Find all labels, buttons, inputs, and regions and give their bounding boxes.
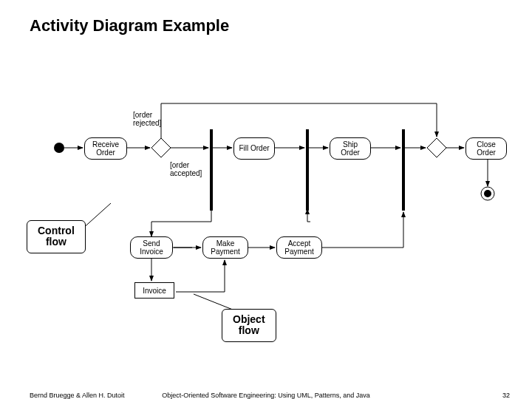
footer-page: 32: [502, 392, 510, 399]
callout-object-flow: Object flow: [222, 309, 276, 342]
guard-accepted: [order accepted]: [170, 161, 202, 177]
activity-ship-order: Ship Order: [330, 137, 371, 160]
activity-send-invoice: Send Invoice: [130, 236, 173, 259]
merge-node: [427, 138, 446, 157]
join-bar-3: [402, 129, 405, 211]
object-invoice: Invoice: [134, 282, 174, 299]
activity-close-order: Close Order: [466, 137, 507, 160]
fork-bar-1b: [210, 129, 213, 211]
activity-make-payment: Make Payment: [202, 236, 248, 259]
final-node-inner: [484, 190, 491, 197]
decision-node: [151, 138, 171, 157]
guard-rejected: [order rejected]: [133, 111, 161, 127]
activity-accept-payment: Accept Payment: [276, 236, 322, 259]
callout-control-flow: Control flow: [27, 220, 86, 253]
activity-fill-order: Fill Order: [233, 137, 275, 160]
fork-bar-2b: [306, 129, 309, 211]
activity-receive-order: Receive Order: [84, 137, 127, 160]
initial-node: [54, 143, 64, 153]
footer-book: Object-Oriented Software Engineering: Us…: [0, 392, 532, 399]
